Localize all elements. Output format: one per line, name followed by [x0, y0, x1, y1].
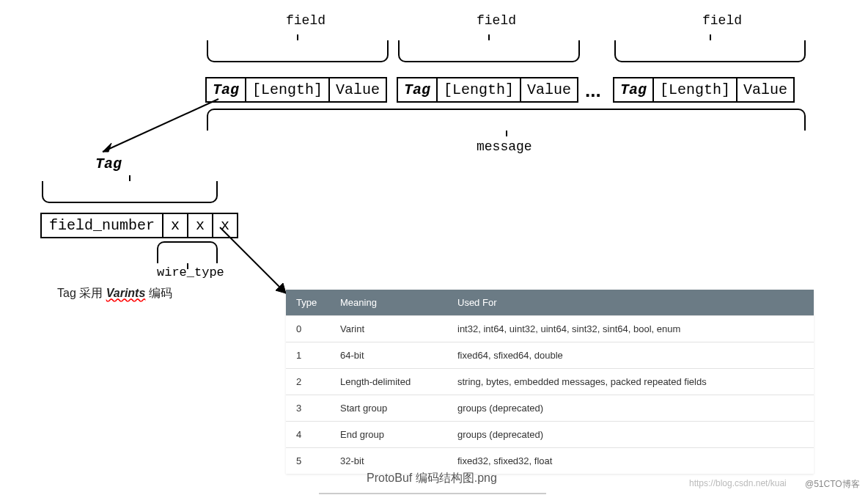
ellipsis: ...	[585, 79, 601, 102]
table-row: 3 Start group groups (deprecated)	[286, 395, 814, 422]
td-meaning: Start group	[330, 395, 447, 422]
field-label-1: field	[286, 13, 326, 28]
tlv-group-2: Tag [Length] Value	[397, 77, 578, 103]
td-meaning: 64-bit	[330, 342, 447, 369]
brace-field-2	[398, 40, 580, 62]
tlv-length: [Length]	[654, 78, 738, 101]
watermark-csdn: https://blog.csdn.net/kuai	[689, 478, 787, 488]
bit-x-2: x	[188, 214, 213, 237]
tlv-group-1: Tag [Length] Value	[205, 77, 387, 103]
tlv-value: Value	[738, 78, 793, 101]
tlv-group-3: Tag [Length] Value	[613, 77, 795, 103]
watermark-51cto: @51CTO博客	[805, 478, 860, 491]
message-label: message	[477, 139, 532, 154]
tlv-value: Value	[330, 78, 386, 101]
td-type: 2	[286, 369, 330, 395]
td-used: string, bytes, embedded messages, packed…	[447, 369, 814, 395]
th-meaning: Meaning	[330, 290, 447, 316]
td-used: fixed32, sfixed32, float	[447, 448, 814, 474]
td-used: groups (deprecated)	[447, 422, 814, 448]
bit-x-1: x	[163, 214, 188, 237]
brace-message	[207, 109, 806, 131]
td-meaning: Length-delimited	[330, 369, 447, 395]
td-type: 3	[286, 395, 330, 422]
brace-tagbox	[42, 181, 218, 203]
brace-field-3	[614, 40, 806, 62]
td-used: fixed64, sfixed64, double	[447, 342, 814, 369]
field-label-3: field	[702, 13, 742, 28]
tlv-length: [Length]	[246, 78, 330, 101]
tlv-value: Value	[521, 78, 577, 101]
tlv-length: [Length]	[438, 78, 521, 101]
th-used-for: Used For	[447, 290, 814, 316]
th-type: Type	[286, 290, 330, 316]
svg-line-2	[220, 227, 286, 293]
wire-type-table: Type Meaning Used For 0 Varint int32, in…	[286, 290, 814, 474]
td-meaning: End group	[330, 422, 447, 448]
tag-heading: Tag	[95, 155, 122, 172]
note-suffix: 编码	[145, 287, 172, 299]
svg-marker-1	[103, 143, 111, 152]
td-type: 5	[286, 448, 330, 474]
td-meaning: 32-bit	[330, 448, 447, 474]
svg-line-0	[103, 99, 218, 152]
tlv-tag: Tag	[614, 78, 654, 101]
image-caption: ProtoBuf 编码结构图.png	[367, 471, 497, 486]
note-prefix: Tag 采用	[57, 287, 106, 299]
td-type: 4	[286, 422, 330, 448]
brace-field-1	[207, 40, 389, 62]
td-used: int32, int64, uint32, uint64, sint32, si…	[447, 316, 814, 342]
tlv-tag: Tag	[398, 78, 438, 101]
table-row: 1 64-bit fixed64, sfixed64, double	[286, 342, 814, 369]
table-row: 5 32-bit fixed32, sfixed32, float	[286, 448, 814, 474]
td-type: 0	[286, 316, 330, 342]
field-number-cell: field_number	[42, 214, 163, 237]
field-label-2: field	[477, 13, 516, 28]
table-row: 4 End group groups (deprecated)	[286, 422, 814, 448]
encoding-note: Tag 采用 Varints 编码	[57, 286, 172, 301]
table-row: 2 Length-delimited string, bytes, embedd…	[286, 369, 814, 395]
arrow-tag-to-tagbox	[88, 92, 220, 158]
td-type: 1	[286, 342, 330, 369]
caption-separator	[319, 493, 546, 494]
brace-wiretype	[157, 241, 218, 263]
td-meaning: Varint	[330, 316, 447, 342]
tag-decomposition: field_number x x x	[40, 213, 238, 238]
note-varints: Varints	[106, 287, 146, 299]
td-used: groups (deprecated)	[447, 395, 814, 422]
table-header-row: Type Meaning Used For	[286, 290, 814, 316]
table-row: 0 Varint int32, int64, uint32, uint64, s…	[286, 316, 814, 342]
